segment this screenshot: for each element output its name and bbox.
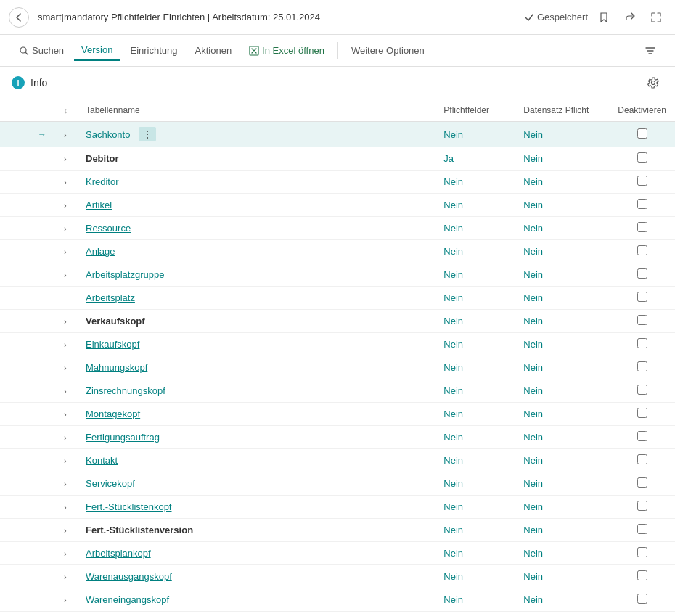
table-row[interactable]: ›KreditorNeinNein (0, 171, 675, 194)
row-expand-cell[interactable]: › (55, 542, 77, 565)
row-pflicht-cell[interactable]: Nein (435, 333, 515, 356)
row-deakt-cell[interactable] (609, 356, 675, 379)
row-datensatz-cell[interactable]: Nein (515, 263, 609, 287)
deakt-checkbox[interactable] (637, 501, 647, 511)
row-datensatz-cell[interactable]: Nein (515, 449, 609, 472)
row-name-cell[interactable]: Arbeitsplatzgruppe (77, 263, 435, 287)
row-name-cell[interactable]: Zinsrechnungskopf (77, 379, 435, 403)
row-deakt-cell[interactable] (609, 122, 675, 147)
row-name-cell[interactable]: Arbeitsplankopf (77, 542, 435, 565)
row-deakt-cell[interactable] (609, 287, 675, 310)
row-datensatz-cell[interactable]: Nein (515, 379, 609, 403)
row-name-cell[interactable]: Fert.-Stücklistenversion (77, 519, 435, 542)
deakt-checkbox[interactable] (637, 594, 647, 604)
table-row[interactable]: ›ArbeitsplankopfNeinNein (0, 542, 675, 565)
row-deakt-cell[interactable] (609, 449, 675, 472)
row-name-link[interactable]: Warenausgangskopf (86, 571, 172, 582)
table-row[interactable]: ›ServicekopfNeinNein (0, 472, 675, 496)
row-datensatz-cell[interactable]: Nein (515, 310, 609, 333)
row-name-cell[interactable]: Ressource (77, 217, 435, 240)
table-row[interactable]: ArbeitsplatzNeinNein (0, 287, 675, 310)
row-pflicht-cell[interactable]: Nein (435, 403, 515, 426)
row-datensatz-cell[interactable]: Nein (515, 612, 609, 617)
row-deakt-cell[interactable] (609, 379, 675, 403)
col-header-name[interactable]: Tabellenname (77, 99, 435, 122)
row-datensatz-cell[interactable]: Nein (515, 333, 609, 356)
row-datensatz-cell[interactable]: Nein (515, 217, 609, 240)
deakt-checkbox[interactable] (637, 292, 647, 302)
deakt-checkbox[interactable] (637, 315, 647, 325)
row-expand-cell[interactable]: › (55, 565, 77, 588)
row-arrow-cell[interactable]: → (29, 122, 55, 147)
col-header-datensatz[interactable]: Datensatz Pflicht (515, 99, 609, 122)
row-pflicht-cell[interactable]: Nein (435, 519, 515, 542)
row-datensatz-cell[interactable]: Nein (515, 496, 609, 519)
row-name-link[interactable]: Arbeitsplatz (86, 292, 135, 303)
row-expand-cell[interactable]: › (55, 147, 77, 171)
back-button[interactable] (9, 7, 29, 28)
row-datensatz-cell[interactable]: Nein (515, 519, 609, 542)
row-name-link[interactable]: Kreditor (86, 176, 119, 187)
table-row[interactable]: ›MahnungskopfNeinNein (0, 356, 675, 379)
einrichtung-button[interactable]: Einrichtung (123, 41, 184, 60)
share-button[interactable] (620, 7, 640, 28)
col-header-pflicht[interactable]: Pflichtfelder (435, 99, 515, 122)
row-name-link[interactable]: Fert.-Stücklistenkopf (86, 501, 172, 512)
row-name-link[interactable]: Mahnungskopf (86, 362, 147, 373)
row-deakt-cell[interactable] (609, 565, 675, 588)
row-pflicht-cell[interactable]: Nein (435, 565, 515, 588)
row-datensatz-cell[interactable]: Nein (515, 194, 609, 217)
table-row[interactable]: ›UmlagerungskopfNeinNein (0, 612, 675, 617)
row-pflicht-cell[interactable]: Nein (435, 240, 515, 263)
row-pflicht-cell[interactable]: Nein (435, 263, 515, 287)
row-name-link[interactable]: Servicekopf (86, 478, 135, 489)
row-expand-cell[interactable]: › (55, 263, 77, 287)
row-pflicht-cell[interactable]: Ja (435, 147, 515, 171)
row-name-link[interactable]: Wareneingangskopf (86, 594, 169, 605)
row-datensatz-cell[interactable]: Nein (515, 403, 609, 426)
row-pflicht-cell[interactable]: Nein (435, 171, 515, 194)
row-pflicht-cell[interactable]: Nein (435, 122, 515, 147)
deakt-checkbox[interactable] (637, 268, 647, 279)
row-name-cell[interactable]: Warenausgangskopf (77, 565, 435, 588)
row-datensatz-cell[interactable]: Nein (515, 287, 609, 310)
row-expand-cell[interactable]: › (55, 217, 77, 240)
row-deakt-cell[interactable] (609, 472, 675, 496)
row-deakt-cell[interactable] (609, 542, 675, 565)
row-name-cell[interactable]: Einkaufskopf (77, 333, 435, 356)
row-expand-cell[interactable]: › (55, 519, 77, 542)
row-datensatz-cell[interactable]: Nein (515, 122, 609, 147)
row-name-link[interactable]: Kontakt (86, 455, 118, 466)
table-row[interactable]: ›ZinsrechnungskopfNeinNein (0, 379, 675, 403)
row-name-cell[interactable]: Fertigungsauftrag (77, 426, 435, 449)
deakt-checkbox[interactable] (637, 431, 647, 441)
table-row[interactable]: ›KontaktNeinNein (0, 449, 675, 472)
row-datensatz-cell[interactable]: Nein (515, 171, 609, 194)
row-datensatz-cell[interactable]: Nein (515, 426, 609, 449)
table-row[interactable]: ›WarenausgangskopfNeinNein (0, 565, 675, 588)
row-expand-cell[interactable]: › (55, 310, 77, 333)
search-button[interactable]: Suchen (12, 41, 71, 60)
row-deakt-cell[interactable] (609, 519, 675, 542)
deakt-checkbox[interactable] (637, 361, 647, 371)
row-expand-cell[interactable]: › (55, 171, 77, 194)
row-deakt-cell[interactable] (609, 171, 675, 194)
row-deakt-cell[interactable] (609, 310, 675, 333)
excel-button[interactable]: In Excel öffnen (242, 41, 332, 60)
row-expand-cell[interactable]: › (55, 333, 77, 356)
row-datensatz-cell[interactable]: Nein (515, 147, 609, 171)
row-deakt-cell[interactable] (609, 333, 675, 356)
filter-button[interactable] (637, 41, 663, 61)
table-row[interactable]: ›FertigungsauftragNeinNein (0, 426, 675, 449)
row-expand-cell[interactable]: › (55, 449, 77, 472)
row-expand-cell[interactable]: › (55, 426, 77, 449)
row-expand-cell[interactable]: › (55, 612, 77, 617)
settings-button[interactable] (643, 73, 663, 93)
expand-button[interactable] (646, 7, 666, 28)
deakt-checkbox[interactable] (637, 152, 647, 163)
table-row[interactable]: ›DebitorJaNein (0, 147, 675, 171)
row-name-link[interactable]: Fertigungsauftrag (86, 432, 160, 443)
row-pflicht-cell[interactable]: Nein (435, 379, 515, 403)
row-name-cell[interactable]: Servicekopf (77, 472, 435, 496)
row-datensatz-cell[interactable]: Nein (515, 472, 609, 496)
